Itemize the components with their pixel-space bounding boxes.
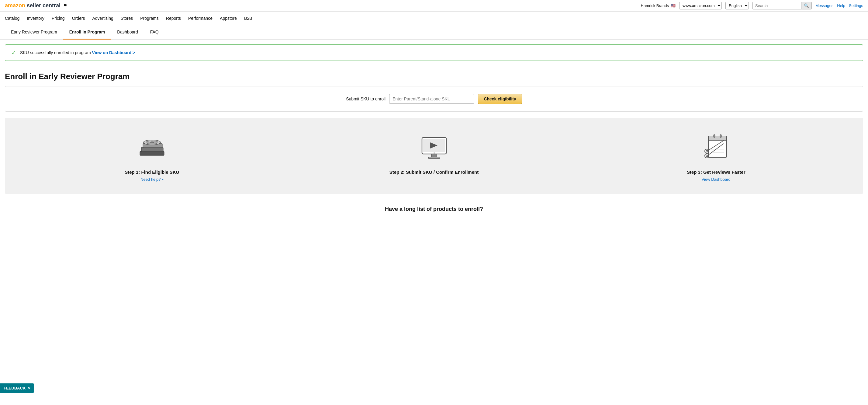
nav-catalog[interactable]: Catalog (5, 11, 20, 25)
logo: amazon seller central (5, 2, 61, 9)
nav-advertising[interactable]: Advertising (92, 11, 113, 25)
books-disc-icon (135, 132, 169, 162)
logo-area: amazon seller central ⚑ (5, 2, 67, 9)
step-1: Step 1: Find Eligible SKU Need help? ▾ (11, 130, 293, 182)
svg-point-22 (706, 150, 708, 152)
svg-rect-12 (428, 157, 440, 158)
nav-pricing[interactable]: Pricing (52, 11, 65, 25)
view-dashboard-link[interactable]: View on Dashboard > (92, 50, 135, 55)
step2-icon (416, 130, 453, 164)
step2-title: Step 2: Submit SKU / Confirm Enrollment (390, 170, 478, 175)
svg-rect-11 (431, 154, 437, 157)
enroll-label: Submit SKU to enroll (346, 96, 385, 101)
success-banner: ✓ SKU successfully enrolled in program V… (5, 45, 863, 61)
steps-section: Step 1: Find Eligible SKU Need help? ▾ S… (5, 118, 863, 194)
step3-title: Step 3: Get Reviews Faster (687, 170, 745, 175)
svg-rect-15 (708, 136, 726, 140)
page-title: Enroll in Early Reviewer Program (0, 66, 868, 86)
chevron-down-icon: ▾ (162, 178, 163, 181)
sub-nav-faq[interactable]: FAQ (144, 25, 165, 39)
sku-input[interactable] (389, 94, 474, 104)
flag-icon: ⚑ (63, 3, 67, 8)
marketplace-select[interactable]: www.amazon.com (679, 2, 722, 9)
bottom-title: Have a long list of products to enroll? (5, 206, 863, 212)
settings-link[interactable]: Settings (849, 3, 863, 8)
messages-link[interactable]: Messages (815, 3, 833, 8)
check-eligibility-button[interactable]: Check eligibility (478, 94, 522, 104)
svg-rect-0 (140, 151, 164, 155)
step-3: Step 3: Get Reviews Faster View Dashboar… (575, 130, 857, 182)
main-nav: Catalog Inventory Pricing Orders Adverti… (0, 11, 868, 25)
nav-b2b[interactable]: B2B (244, 11, 252, 25)
svg-point-13 (434, 152, 435, 154)
svg-rect-27 (720, 135, 721, 138)
top-links: Messages Help Settings (815, 3, 863, 8)
language-select[interactable]: English (725, 2, 749, 9)
nav-stores[interactable]: Stores (121, 11, 133, 25)
svg-rect-1 (142, 147, 163, 151)
nav-performance[interactable]: Performance (188, 11, 213, 25)
search-button[interactable]: 🔍 (801, 2, 812, 9)
nav-programs[interactable]: Programs (140, 11, 159, 25)
bottom-section: Have a long list of products to enroll? (0, 200, 868, 219)
search-wrapper: 🔍 (752, 2, 812, 9)
enroll-form: Submit SKU to enroll Check eligibility (346, 94, 522, 104)
success-message: SKU successfully enrolled in program Vie… (20, 50, 135, 55)
help-link[interactable]: Help (837, 3, 845, 8)
nav-orders[interactable]: Orders (72, 11, 85, 25)
monitor-icon (417, 132, 451, 162)
flag-us: 🇺🇸 (671, 3, 676, 8)
step1-title: Step 1: Find Eligible SKU (125, 170, 179, 175)
step-2: Step 2: Submit SKU / Confirm Enrollment (293, 130, 575, 177)
nav-appstore[interactable]: Appstore (220, 11, 237, 25)
calendar-scissors-icon (699, 132, 733, 162)
step1-icon (134, 130, 170, 164)
svg-rect-26 (714, 135, 715, 138)
step1-help-link[interactable]: Need help? ▾ (141, 177, 163, 182)
step3-dashboard-link[interactable]: View Dashboard (702, 177, 731, 182)
svg-point-23 (706, 155, 708, 157)
step3-icon (698, 130, 734, 164)
sub-nav-enroll[interactable]: Enroll in Program (63, 25, 111, 39)
enroll-section: Submit SKU to enroll Check eligibility (5, 86, 863, 112)
sub-nav: Early Reviewer Program Enroll in Program… (0, 25, 868, 39)
search-input[interactable] (752, 2, 801, 9)
sub-nav-dashboard[interactable]: Dashboard (111, 25, 144, 39)
nav-reports[interactable]: Reports (166, 11, 181, 25)
account-name: Hamrick Brands (641, 3, 669, 8)
sub-nav-early-reviewer[interactable]: Early Reviewer Program (5, 25, 63, 39)
svg-point-6 (151, 142, 153, 143)
account-info: Hamrick Brands 🇺🇸 (641, 3, 676, 8)
top-bar: amazon seller central ⚑ Hamrick Brands 🇺… (0, 0, 868, 11)
nav-inventory[interactable]: Inventory (27, 11, 44, 25)
check-icon: ✓ (11, 49, 17, 56)
